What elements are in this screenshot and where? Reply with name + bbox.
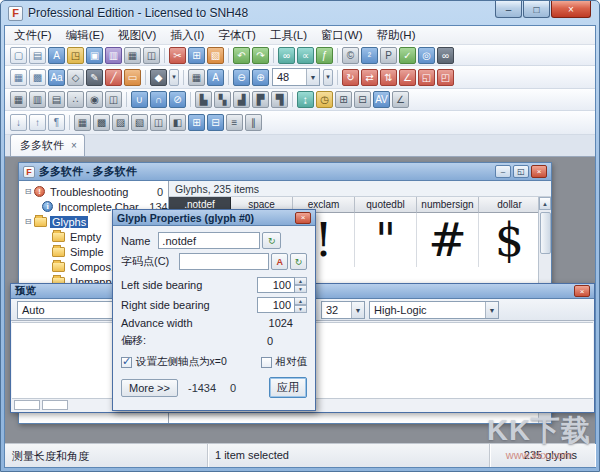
open-font-button[interactable]: ◳: [67, 47, 84, 64]
scrollbar-thumb[interactable]: [540, 212, 551, 254]
show-points-button[interactable]: ∴: [67, 91, 84, 108]
set-left-anchor-option[interactable]: 设置左侧轴点为x=0: [121, 355, 227, 369]
skew-button[interactable]: ∠: [399, 69, 416, 86]
menu-item[interactable]: 视图(V): [111, 26, 163, 45]
font-overview-button[interactable]: ▤: [29, 47, 46, 64]
column-insert-button[interactable]: ∥: [245, 114, 262, 131]
fill-mode-arrow[interactable]: ▾: [169, 69, 179, 86]
menu-item[interactable]: 编辑(E): [59, 26, 111, 45]
glyph-name-input[interactable]: .notdef: [158, 232, 260, 249]
preview-close-button[interactable]: ×: [574, 285, 590, 297]
undo-button[interactable]: ↶: [233, 47, 250, 64]
cell-merge-button[interactable]: ⊟: [207, 114, 224, 131]
menu-item[interactable]: 窗口(W): [314, 26, 370, 45]
snap-grid-button[interactable]: ⊞: [335, 91, 352, 108]
document-titlebar[interactable]: F 多多软件 - 多多软件 – ◱ ×: [19, 163, 551, 181]
glyph-column-header[interactable]: dollar: [479, 197, 541, 213]
fill-mode-button[interactable]: ◆: [150, 69, 167, 86]
text-sample-button[interactable]: Aa: [48, 69, 65, 86]
lsb-spin-arrows[interactable]: ▲▼: [295, 277, 307, 293]
menu-item[interactable]: 文件(F): [7, 26, 59, 45]
history-button[interactable]: ◷: [316, 91, 333, 108]
menu-item[interactable]: 字体(T): [211, 26, 263, 45]
glyph-column-header[interactable]: quotedbl: [355, 197, 417, 213]
rsb-value[interactable]: 100: [257, 297, 295, 313]
print-glyph-button[interactable]: ▦: [188, 69, 205, 86]
flip-horizontal-button[interactable]: ⇄: [361, 69, 378, 86]
preview-engine-combobox[interactable]: High-Logic ▼: [369, 301, 499, 319]
glyph-cell[interactable]: $: [479, 213, 541, 267]
knife-tool-button[interactable]: ╱: [105, 69, 122, 86]
export-glyph-button[interactable]: ↑: [29, 114, 46, 131]
rsb-stepper[interactable]: 100 ▲▼: [257, 297, 307, 313]
close-button[interactable]: ×: [551, 1, 591, 18]
menu-item[interactable]: 帮助(H): [370, 26, 423, 45]
formula-fx-button[interactable]: ƒ: [316, 47, 333, 64]
chevron-down-icon[interactable]: ▼: [351, 302, 364, 318]
tab-close-icon[interactable]: ×: [71, 141, 77, 151]
minimize-button[interactable]: –: [495, 1, 522, 18]
snap-guides-button[interactable]: ⊟: [354, 91, 371, 108]
scale-button[interactable]: ◱: [418, 69, 435, 86]
zoom-out-button[interactable]: ⊖: [233, 69, 250, 86]
class-table-button[interactable]: ▨: [112, 114, 129, 131]
glyph-column-header[interactable]: numbersign: [417, 197, 479, 213]
cut-button[interactable]: ✂: [169, 47, 186, 64]
spin-up-icon[interactable]: ▲: [295, 277, 307, 285]
codepoint-input[interactable]: [179, 253, 269, 270]
rotate-button[interactable]: ↻: [342, 69, 359, 86]
show-bearings-button[interactable]: ◫: [105, 91, 122, 108]
import-glyph-button[interactable]: ↓: [10, 114, 27, 131]
exclude-button[interactable]: ⊘: [169, 91, 186, 108]
menu-item[interactable]: 插入(I): [163, 26, 211, 45]
group-table-button[interactable]: ◫: [150, 114, 167, 131]
save-font-button[interactable]: ▣: [86, 47, 103, 64]
char-grid-button[interactable]: ▦: [10, 69, 27, 86]
scroll-up-icon[interactable]: ▲: [539, 197, 551, 210]
copyright-block-button[interactable]: ©: [342, 47, 359, 64]
dialog-titlebar[interactable]: Glyph Properties (glyph #0) ×: [113, 210, 315, 226]
menu-item[interactable]: 工具(L): [263, 26, 314, 45]
kerning-button[interactable]: AV: [373, 91, 390, 108]
show-metrics-button[interactable]: ▥: [29, 91, 46, 108]
tree-item[interactable]: ⊟ Troubleshooting 0: [19, 184, 168, 199]
align-top-button[interactable]: ▛: [252, 91, 269, 108]
spin-up-icon[interactable]: ▲: [295, 297, 307, 305]
spin-down-icon[interactable]: ▼: [295, 305, 307, 313]
validate-font-button[interactable]: ✓: [399, 47, 416, 64]
new-font-button[interactable]: ▢: [10, 47, 27, 64]
superscript-block-button[interactable]: ²: [361, 47, 378, 64]
preview-size-combobox[interactable]: 32 ▼: [321, 301, 365, 319]
checkbox-checked-icon[interactable]: [121, 357, 132, 368]
export-font-button[interactable]: ▥: [105, 47, 122, 64]
spin-down-icon[interactable]: ▼: [295, 285, 307, 293]
print-preview-button[interactable]: ◫: [143, 47, 160, 64]
contour-mode-button[interactable]: ◇: [67, 69, 84, 86]
chevron-down-icon[interactable]: ▼: [485, 302, 498, 318]
checkbox-unchecked-icon[interactable]: [261, 357, 272, 368]
union-button[interactable]: ∪: [131, 91, 148, 108]
letter-spacing-button[interactable]: A: [207, 69, 224, 86]
eraser-tool-button[interactable]: ▭: [124, 69, 141, 86]
cell-borders-button[interactable]: ⊞: [188, 114, 205, 131]
zoom-mode-arrow[interactable]: ▾: [323, 69, 333, 86]
tab-active-document[interactable]: 多多软件 ×: [10, 134, 85, 156]
metrics-table-button[interactable]: ▦: [74, 114, 91, 131]
paste-button[interactable]: ▧: [207, 47, 224, 64]
transform-button[interactable]: ◰: [437, 69, 454, 86]
pair-table-button[interactable]: ▧: [131, 114, 148, 131]
font-properties-button[interactable]: A: [48, 47, 65, 64]
flip-vertical-button[interactable]: ⇅: [380, 69, 397, 86]
row-insert-button[interactable]: ≡: [226, 114, 243, 131]
redo-button[interactable]: ↷: [252, 47, 269, 64]
name-generate-button[interactable]: ↻: [262, 232, 281, 249]
glyph-report-button[interactable]: ¶: [48, 114, 65, 131]
glyph-grid-button[interactable]: ▩: [29, 69, 46, 86]
kerning-table-button[interactable]: ▩: [93, 114, 110, 131]
relative-value-option[interactable]: 相对值: [261, 355, 308, 369]
rsb-spin-arrows[interactable]: ▲▼: [295, 297, 307, 313]
copy-button[interactable]: ⊞: [188, 47, 205, 64]
maximize-button[interactable]: □: [523, 1, 550, 18]
more-button[interactable]: More >>: [121, 379, 178, 397]
document-minimize-button[interactable]: –: [495, 165, 511, 178]
